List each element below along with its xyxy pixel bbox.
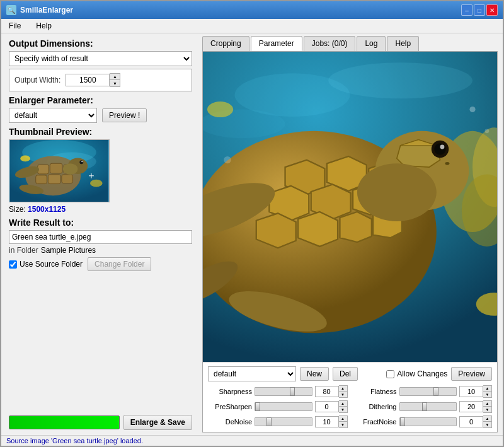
presharpen-arrows: ▲ ▼ bbox=[339, 400, 348, 413]
denoise-down[interactable]: ▼ bbox=[339, 422, 347, 427]
denoise-thumb[interactable] bbox=[266, 417, 272, 426]
tab-cropping[interactable]: Cropping bbox=[202, 36, 249, 51]
allow-changes-label[interactable]: Allow Changes bbox=[397, 369, 447, 378]
svg-rect-4 bbox=[38, 165, 49, 174]
thumbnail-image bbox=[9, 140, 109, 202]
presharpen-up[interactable]: ▲ bbox=[339, 401, 347, 407]
sharpness-input[interactable]: 80 bbox=[315, 386, 339, 397]
main-window: 🔍 SmillaEnlarger – □ ✕ File Help Output … bbox=[0, 0, 504, 447]
fractnoise-slider[interactable] bbox=[399, 417, 457, 426]
preview-button-left[interactable]: Preview ! bbox=[102, 108, 147, 122]
use-source-folder-checkbox[interactable] bbox=[9, 260, 17, 269]
output-width-input[interactable]: 1500 bbox=[66, 74, 110, 86]
svg-point-12 bbox=[81, 161, 83, 162]
sharpness-arrows: ▲ ▼ bbox=[339, 385, 348, 398]
size-row: Size: 1500x1125 bbox=[9, 205, 192, 214]
svg-point-43 bbox=[434, 143, 445, 154]
dithering-slider[interactable] bbox=[399, 402, 457, 411]
output-width-row: Output Width: 1500 ▲ ▼ bbox=[14, 73, 186, 87]
flatness-row: Flatness 10 ▲ ▼ bbox=[353, 385, 493, 398]
fractnoise-thumb[interactable] bbox=[400, 417, 405, 426]
left-panel: Output Dimensions: Specify width of resu… bbox=[1, 33, 200, 435]
dithering-down[interactable]: ▼ bbox=[483, 407, 491, 412]
tab-help[interactable]: Help bbox=[387, 36, 419, 51]
dithering-label: Dithering bbox=[353, 403, 397, 410]
output-width-spinner[interactable]: 1500 ▲ ▼ bbox=[66, 73, 120, 87]
param-profile-select[interactable]: default sharp smooth pixel bbox=[208, 366, 296, 381]
spinner-arrows: ▲ ▼ bbox=[110, 73, 120, 87]
maximize-button[interactable]: □ bbox=[474, 4, 485, 16]
denoise-spinner[interactable]: 10 ▲ ▼ bbox=[315, 415, 348, 428]
filename-input[interactable]: Green sea turtle_e.jpeg bbox=[9, 230, 192, 244]
window-title: SmillaEnlarger bbox=[20, 6, 73, 15]
presharpen-thumb[interactable] bbox=[255, 402, 260, 411]
svg-rect-8 bbox=[48, 175, 60, 184]
fractnoise-input[interactable]: 0 bbox=[459, 416, 483, 427]
main-image bbox=[203, 52, 497, 362]
tab-parameter[interactable]: Parameter bbox=[251, 36, 302, 51]
flatness-up[interactable]: ▲ bbox=[483, 386, 491, 392]
progress-bar bbox=[9, 415, 120, 429]
fractnoise-spinner[interactable]: 0 ▲ ▼ bbox=[459, 415, 492, 428]
minimize-button[interactable]: – bbox=[461, 4, 472, 16]
tab-log[interactable]: Log bbox=[357, 36, 386, 51]
enlarger-param-section: Enlarger Parameter: default sharp smooth… bbox=[9, 95, 192, 123]
presharpen-spinner[interactable]: 0 ▲ ▼ bbox=[315, 400, 348, 413]
svg-point-55 bbox=[207, 102, 233, 117]
output-dims-select[interactable]: Specify width of result Specify height o… bbox=[9, 51, 192, 66]
flatness-slider[interactable] bbox=[399, 387, 457, 396]
flatness-down[interactable]: ▼ bbox=[483, 392, 491, 397]
sharpness-slider[interactable] bbox=[255, 387, 312, 396]
presharpen-down[interactable]: ▼ bbox=[339, 407, 347, 412]
sharpness-spinner[interactable]: 80 ▲ ▼ bbox=[315, 385, 348, 398]
preview-button-right[interactable]: Preview bbox=[451, 367, 492, 381]
app-icon: 🔍 bbox=[6, 5, 16, 15]
svg-point-52 bbox=[224, 156, 231, 163]
allow-changes-checkbox[interactable] bbox=[386, 370, 394, 378]
denoise-slider[interactable] bbox=[255, 417, 312, 426]
sharpness-up[interactable]: ▲ bbox=[339, 386, 347, 392]
svg-point-51 bbox=[484, 129, 489, 133]
dithering-spinner[interactable]: 20 ▲ ▼ bbox=[459, 400, 492, 413]
svg-point-46 bbox=[357, 163, 437, 221]
denoise-label: DeNoise bbox=[208, 418, 252, 426]
tabs: Cropping Parameter Jobs: (0/0) Log Help bbox=[202, 36, 498, 51]
dithering-up[interactable]: ▲ bbox=[483, 401, 491, 407]
output-dims-title: Output Dimensions: bbox=[9, 38, 192, 49]
sharpness-down[interactable]: ▼ bbox=[339, 392, 347, 397]
enlarge-save-button[interactable]: Enlarge & Save bbox=[123, 415, 192, 430]
size-value: 1500x1125 bbox=[28, 205, 66, 214]
flatness-input[interactable]: 10 bbox=[459, 386, 483, 397]
thumbnail-title: Thumbnail Preview: bbox=[9, 127, 192, 137]
presharpen-input[interactable]: 0 bbox=[315, 401, 339, 412]
folder-name: Sample Pictures bbox=[41, 246, 96, 255]
use-source-folder-label[interactable]: Use Source Folder bbox=[20, 260, 83, 269]
fractnoise-down[interactable]: ▼ bbox=[483, 422, 491, 427]
enlarger-param-row: default sharp smooth pixel Preview ! bbox=[9, 108, 192, 123]
flatness-spinner[interactable]: 10 ▲ ▼ bbox=[459, 385, 492, 398]
flatness-thumb[interactable] bbox=[433, 387, 438, 396]
folder-row: in Folder Sample Pictures bbox=[9, 246, 192, 255]
spinner-up[interactable]: ▲ bbox=[110, 74, 120, 80]
del-profile-button[interactable]: Del bbox=[333, 367, 358, 381]
menu-file[interactable]: File bbox=[4, 20, 26, 32]
tab-jobs[interactable]: Jobs: (0/0) bbox=[304, 36, 356, 51]
param-controls: default sharp smooth pixel New Del Allow… bbox=[203, 362, 497, 432]
svg-rect-7 bbox=[36, 175, 47, 184]
svg-point-50 bbox=[469, 107, 475, 112]
close-button[interactable]: ✕ bbox=[486, 4, 498, 16]
enlarger-param-select[interactable]: default sharp smooth pixel bbox=[9, 108, 97, 123]
presharpen-slider[interactable] bbox=[255, 402, 312, 411]
fractnoise-arrows: ▲ ▼ bbox=[483, 415, 492, 428]
new-profile-button[interactable]: New bbox=[300, 367, 329, 381]
dithering-thumb[interactable] bbox=[422, 402, 427, 411]
sharpness-thumb[interactable] bbox=[290, 387, 295, 396]
change-folder-button[interactable]: Change Folder bbox=[88, 257, 151, 271]
fractnoise-up[interactable]: ▲ bbox=[483, 416, 491, 422]
menu-help[interactable]: Help bbox=[31, 20, 57, 32]
spinner-down[interactable]: ▼ bbox=[110, 80, 120, 86]
dithering-input[interactable]: 20 bbox=[459, 401, 483, 412]
denoise-up[interactable]: ▲ bbox=[339, 416, 347, 422]
denoise-input[interactable]: 10 bbox=[315, 416, 339, 427]
svg-point-16 bbox=[20, 156, 30, 162]
